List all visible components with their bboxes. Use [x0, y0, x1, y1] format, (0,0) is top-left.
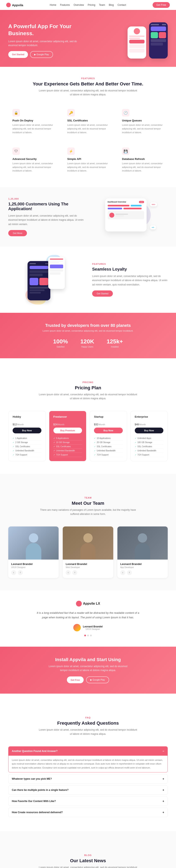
- author-info: Leonard Brandel UI/UX Designer: [83, 625, 102, 630]
- feature-icon-1: 🔑: [67, 109, 75, 117]
- feature-card-3: 🛡 Advanced Security Lorem ipsum dolor si…: [8, 143, 58, 177]
- plan-name-0: Hobby: [12, 415, 41, 418]
- dot-2[interactable]: [90, 635, 92, 636]
- twitter-icon-2[interactable]: t: [120, 570, 125, 575]
- seo-badge: SEO: [150, 203, 157, 207]
- team-photo-2: [117, 526, 168, 560]
- faq-question-4[interactable]: How Create resources delivered delivered…: [8, 808, 168, 817]
- phone-light: [48, 257, 65, 289]
- facebook-icon-2[interactable]: f: [127, 570, 132, 575]
- faq-question-2[interactable]: Can there be multiple points in a single…: [8, 785, 168, 795]
- faq-item-3: How Favorite Our Content With Like? +: [8, 797, 168, 806]
- facebook-icon-1[interactable]: f: [72, 570, 77, 575]
- plan-price-1: $24/Month: [53, 420, 82, 427]
- team-role-1: Web Developer: [66, 566, 110, 568]
- faq-item-2: Can there be multiple points in a single…: [8, 785, 168, 795]
- plan-feature-0-1: ✓2 GB Storage: [12, 440, 41, 444]
- plan-btn-1[interactable]: Buy Premium: [53, 428, 82, 433]
- cta-primary-button[interactable]: Get Free: [67, 677, 84, 683]
- twitter-icon-1[interactable]: t: [66, 570, 70, 575]
- team-photo-0: [8, 526, 59, 560]
- faq-list: Another Question Found And Answer? − Lor…: [8, 746, 168, 817]
- plan-feature-3-3: ✓Unlimited Bandwidth: [135, 449, 164, 453]
- faq-question-1[interactable]: Whatever types can you pick ME? +: [8, 774, 168, 783]
- showcase-cta-button[interactable]: Get More: [8, 230, 27, 236]
- nav-pricing[interactable]: Pricing: [88, 3, 95, 6]
- faq-question-0[interactable]: Another Question Found And Answer? −: [8, 747, 168, 756]
- author-name: Leonard Brandel: [83, 625, 102, 628]
- plan-btn-0[interactable]: Buy Now: [12, 428, 41, 433]
- plan-price-0: $12/Month: [12, 420, 41, 427]
- feature-icon-0: 🔒: [12, 109, 20, 117]
- faq-desc: Lorem ipsum dolor sit amet, consectetur …: [38, 728, 138, 736]
- logo[interactable]: Appvila: [6, 3, 23, 7]
- plan-feature-2-3: ✓Unlimited Bandwidth: [94, 449, 123, 453]
- faq-toggle-3: +: [163, 800, 164, 803]
- plan-feature-3-1: ✓100 GB Storage: [135, 440, 164, 444]
- feature-card-5: 💾 Database Refresh Lorem ipsum dolor sit…: [118, 143, 168, 177]
- feature-title-5: Database Refresh: [122, 157, 164, 160]
- nav-cta-button[interactable]: Get Free: [153, 2, 170, 8]
- team-social-1: t f: [66, 570, 110, 575]
- team-heading: Team Meet Our Team There are many variat…: [8, 486, 168, 520]
- stat-label-2: Installed: [107, 346, 123, 348]
- team-social-2: t f: [120, 570, 165, 575]
- team-role-2: App Developer: [120, 566, 165, 568]
- plan-feature-3-2: ✓SSL Certificates: [135, 444, 164, 449]
- dot-0[interactable]: [84, 635, 86, 636]
- plan-feature-2-0: ✓10 Applications: [94, 436, 123, 440]
- nav-overview[interactable]: Overview: [74, 3, 84, 6]
- plan-features-3: ✓Unlimited Apps ✓100 GB Storage ✓SSL Cer…: [135, 436, 164, 457]
- cta-secondary-button[interactable]: ▶ Google Play: [86, 677, 109, 683]
- testimonial-dots: [8, 635, 168, 636]
- feature-desc-2: Lorem ipsum dolor sit amet, consectetur …: [122, 123, 164, 134]
- feature-desc-0: Lorem ipsum dolor sit amet, consectetur …: [12, 123, 54, 134]
- logo-icon: [6, 3, 11, 7]
- features-grid: 🔒 Push On Deploy Lorem ipsum dolor sit a…: [0, 101, 176, 187]
- dot-1[interactable]: [87, 635, 89, 636]
- plan-name-3: Enterprise: [135, 415, 164, 418]
- nav-blog[interactable]: Blog: [109, 3, 114, 6]
- team-section: Team Meet Our Team There are many variat…: [0, 474, 176, 590]
- plan-feature-1-1: ✓10 GB Storage: [53, 440, 82, 444]
- cta-title: Install Appvila and Start Using: [8, 657, 168, 662]
- nav-team[interactable]: Team: [99, 3, 105, 6]
- stat-label-1: Happy Users: [80, 346, 94, 348]
- team-grid: Leonard Brandel UI/UX Designer t f Leona…: [8, 526, 168, 578]
- nav-home[interactable]: Home: [50, 3, 56, 6]
- stats-desc: Lorem ipsum dolor sit amet, consectetur …: [8, 330, 168, 332]
- author-role: UI/UX Designer: [83, 628, 102, 630]
- pricing-card-0: Hobby $12/Month Buy Now ✓1 Application ✓…: [8, 411, 46, 461]
- hero-primary-button[interactable]: Get Started: [8, 51, 28, 58]
- nav-contact[interactable]: Contact: [117, 3, 126, 6]
- nav-features[interactable]: Features: [60, 3, 70, 6]
- phone-mockup-1: [127, 27, 146, 59]
- nav-links: Home Features Overview Pricing Team Blog…: [50, 3, 126, 6]
- hero-secondary-button[interactable]: ▶ Google Play: [30, 51, 53, 58]
- plan-feature-1-3: ✓Unlimited Bandwidth: [53, 449, 82, 453]
- blog-title: Our Latest News: [17, 858, 159, 863]
- faq-item-4: How Create resources delivered delivered…: [8, 808, 168, 817]
- plan-feature-3-0: ✓Unlimited Apps: [135, 436, 164, 440]
- plan-feature-1-4: ✓7/24 Support: [53, 453, 82, 457]
- plan-price-2: $32/Month: [94, 420, 123, 427]
- loyalty-image: [8, 257, 84, 303]
- features-section: Features Your Experience Gets Better And…: [0, 67, 176, 187]
- facebook-icon-0[interactable]: f: [18, 570, 23, 575]
- app-screen: Dashboard Overview Live: [105, 198, 147, 231]
- showcase-title: 1,25,000 Customers Using The Application…: [8, 202, 84, 211]
- plan-btn-2[interactable]: Buy Now: [94, 428, 123, 433]
- faq-question-3[interactable]: How Favorite Our Content With Like? +: [8, 797, 168, 806]
- plan-feature-2-1: ✓20 GB Storage: [94, 440, 123, 444]
- pricing-cards: Hobby $12/Month Buy Now ✓1 Application ✓…: [8, 411, 168, 461]
- stat-number-2: 125k+: [107, 338, 123, 345]
- phone-stack: [28, 257, 65, 303]
- testimonial-logo-icon: [76, 601, 82, 607]
- plan-feature-0-3: ✓Unlimited Bandwidth: [12, 449, 41, 453]
- plan-btn-3[interactable]: Buy Now: [135, 428, 164, 433]
- team-label: Team: [17, 496, 159, 499]
- team-card-1: Leonard Brandel Web Developer t f: [63, 526, 113, 578]
- stat-number-1: 120K: [80, 338, 94, 345]
- twitter-icon-0[interactable]: t: [11, 570, 16, 575]
- loyalty-cta-button[interactable]: Get Started: [92, 290, 113, 297]
